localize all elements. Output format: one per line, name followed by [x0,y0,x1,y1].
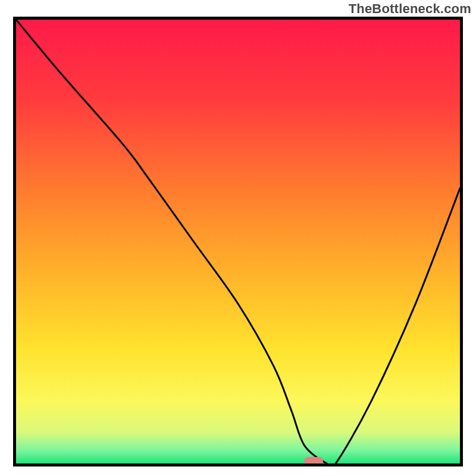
optimal-marker [304,457,323,465]
chart-container: TheBottleneck.com [0,0,476,476]
watermark-text: TheBottleneck.com [349,1,471,17]
plot-area [13,17,463,466]
bottleneck-curve [16,20,460,464]
